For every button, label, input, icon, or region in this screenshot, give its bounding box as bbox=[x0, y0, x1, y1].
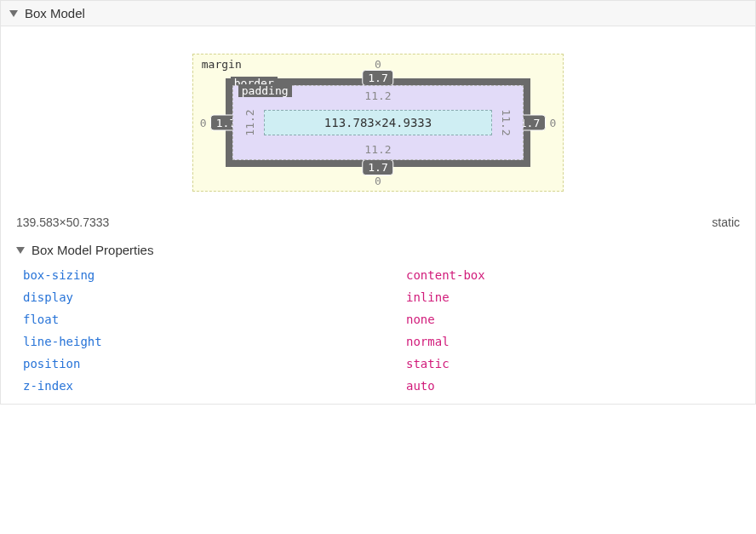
content-region[interactable]: 113.783×24.9333 bbox=[264, 110, 492, 135]
element-size: 139.583×50.7333 bbox=[16, 215, 109, 229]
chevron-down-icon bbox=[9, 10, 18, 17]
property-name[interactable]: position bbox=[23, 357, 406, 370]
property-value[interactable]: static bbox=[406, 357, 450, 370]
chevron-down-icon bbox=[16, 247, 25, 254]
property-row: float none bbox=[23, 308, 755, 330]
section-title: Box Model bbox=[25, 6, 85, 20]
padding-label: padding bbox=[238, 84, 292, 97]
property-row: box-sizing content-box bbox=[23, 264, 755, 286]
property-row: line-height normal bbox=[23, 330, 755, 353]
property-value[interactable]: content-box bbox=[406, 268, 485, 282]
property-value[interactable]: none bbox=[406, 313, 435, 326]
content-dimensions: 113.783×24.9333 bbox=[324, 116, 432, 129]
padding-region[interactable]: padding 11.2 11.2 11.2 11.2 113.783×24.9… bbox=[232, 85, 524, 160]
property-name[interactable]: box-sizing bbox=[23, 268, 406, 282]
margin-right-value[interactable]: 0 bbox=[549, 117, 556, 129]
property-name[interactable]: line-height bbox=[23, 335, 406, 348]
margin-region[interactable]: margin 0 0 0 0 border 1.7 1.7 1.7 1.7 pa… bbox=[192, 54, 564, 192]
property-row: position static bbox=[23, 353, 755, 375]
property-name[interactable]: z-index bbox=[23, 379, 406, 393]
property-value[interactable]: auto bbox=[406, 379, 435, 393]
property-name[interactable]: display bbox=[23, 290, 406, 304]
margin-label: margin bbox=[202, 58, 242, 71]
border-top-value[interactable]: 1.7 bbox=[362, 70, 393, 86]
padding-bottom-value[interactable]: 11.2 bbox=[364, 143, 391, 156]
margin-left-value[interactable]: 0 bbox=[200, 117, 207, 129]
property-row: z-index auto bbox=[23, 375, 755, 397]
box-model-panel: margin 0 0 0 0 border 1.7 1.7 1.7 1.7 pa… bbox=[0, 26, 756, 405]
property-row: display inline bbox=[23, 286, 755, 308]
box-model-properties-header[interactable]: Box Model Properties bbox=[1, 239, 755, 262]
property-name[interactable]: float bbox=[23, 313, 406, 326]
property-value[interactable]: inline bbox=[406, 290, 450, 304]
property-value[interactable]: normal bbox=[406, 335, 450, 348]
box-model-diagram: margin 0 0 0 0 border 1.7 1.7 1.7 1.7 pa… bbox=[1, 28, 755, 209]
margin-bottom-value[interactable]: 0 bbox=[375, 175, 381, 187]
border-bottom-value[interactable]: 1.7 bbox=[362, 159, 393, 175]
element-position-mode: static bbox=[712, 215, 740, 229]
margin-top-value[interactable]: 0 bbox=[375, 58, 381, 71]
properties-title: Box Model Properties bbox=[32, 243, 153, 257]
padding-right-value[interactable]: 11.2 bbox=[500, 109, 513, 135]
box-model-header[interactable]: Box Model bbox=[0, 0, 756, 26]
dimensions-row: 139.583×50.7333 static bbox=[1, 209, 755, 239]
padding-left-value[interactable]: 11.2 bbox=[243, 109, 256, 135]
border-region[interactable]: border 1.7 1.7 1.7 1.7 padding 11.2 11.2… bbox=[226, 78, 530, 167]
properties-table: box-sizing content-box display inline fl… bbox=[1, 262, 755, 402]
padding-top-value[interactable]: 11.2 bbox=[364, 89, 391, 102]
